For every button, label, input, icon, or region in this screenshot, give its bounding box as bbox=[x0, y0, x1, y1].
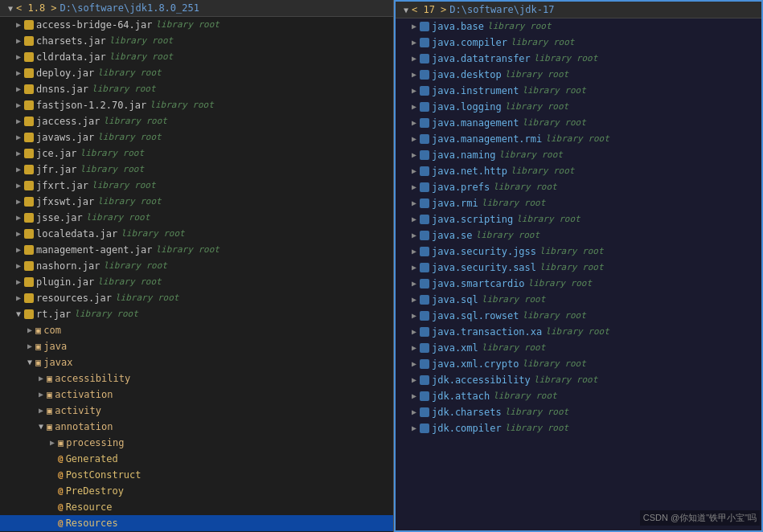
tree-item-Resource[interactable]: @ Resource bbox=[0, 499, 393, 515]
tree-item-accessibility[interactable]: ▶ ▣ accessibility bbox=[0, 370, 393, 387]
jar-icon bbox=[24, 213, 34, 223]
right-pane-header: ▼ < 17 > D:\software\jdk-17 bbox=[396, 2, 761, 18]
tree-item-javax[interactable]: ▼ ▣ javax bbox=[0, 354, 393, 370]
tree-item-java-datatransfer[interactable]: ▶ java.datatransfer library root bbox=[396, 51, 761, 67]
tree-item-jce[interactable]: ▶ jce.jar library root bbox=[0, 145, 393, 162]
tree-item-java-compiler[interactable]: ▶ java.compiler library root bbox=[396, 35, 761, 51]
tree-item-access-bridge[interactable]: ▶ access-bridge-64.jar library root bbox=[0, 17, 393, 33]
tree-item-localedata[interactable]: ▶ localedata.jar library root bbox=[0, 226, 393, 242]
module-icon bbox=[420, 375, 429, 385]
tree-item-javaws[interactable]: ▶ javaws.jar library root bbox=[0, 129, 393, 145]
tree-item-deploy[interactable]: ▶ deploy.jar library root bbox=[0, 65, 393, 81]
left-pane-expand-arrow[interactable]: ▼ bbox=[5, 4, 16, 13]
folder-open-icon: ▣ bbox=[47, 419, 52, 434]
module-icon bbox=[420, 102, 429, 112]
collapse-arrow: ▶ bbox=[13, 162, 24, 177]
left-pane-path: D:\software\jdk1.8.0_251 bbox=[60, 2, 199, 14]
tree-item-resources[interactable]: ▶ resources.jar library root bbox=[0, 290, 393, 306]
collapse-arrow: ▶ bbox=[408, 51, 420, 66]
collapse-arrow: ▶ bbox=[408, 68, 420, 82]
item-name: dnsns.jar bbox=[36, 82, 88, 96]
tree-item-plugin[interactable]: ▶ plugin.jar library root bbox=[0, 274, 393, 290]
tree-item-annotation[interactable]: ▼ ▣ annotation bbox=[0, 419, 393, 435]
annotation-icon: @ bbox=[58, 468, 64, 482]
module-icon bbox=[420, 150, 429, 160]
tree-item-processing[interactable]: ▶ ▣ processing bbox=[0, 435, 393, 451]
item-name: jdk.compiler bbox=[432, 421, 502, 436]
tree-item-activity[interactable]: ▶ ▣ activity bbox=[0, 403, 393, 419]
library-label: library root bbox=[522, 309, 585, 323]
tree-item-java-sql-rowset[interactable]: ▶ java.sql.rowset library root bbox=[396, 308, 761, 324]
annotation-icon: @ bbox=[58, 500, 64, 514]
library-label: library root bbox=[493, 180, 556, 194]
collapse-arrow: ▶ bbox=[408, 228, 420, 243]
expand-arrow: ▼ bbox=[35, 419, 47, 434]
tree-item-java-scripting[interactable]: ▶ java.scripting library root bbox=[396, 211, 761, 227]
tree-item-activation[interactable]: ▶ ▣ activation bbox=[0, 387, 393, 403]
collapse-arrow: ▶ bbox=[408, 180, 420, 194]
item-name: java.instrument bbox=[432, 84, 519, 98]
tree-item-java-prefs[interactable]: ▶ java.prefs library root bbox=[396, 179, 761, 195]
tree-item-com[interactable]: ▶ ▣ com bbox=[0, 322, 393, 338]
tree-item-java-se[interactable]: ▶ java.se library root bbox=[396, 227, 761, 243]
right-pane[interactable]: ▼ < 17 > D:\software\jdk-17 ▶ java.base … bbox=[394, 0, 763, 532]
tree-item-jsse[interactable]: ▶ jsse.jar library root bbox=[0, 210, 393, 226]
item-name: java.management.rmi bbox=[432, 132, 542, 146]
item-name: processing bbox=[66, 436, 124, 450]
tree-item-jfxrt[interactable]: ▶ jfxrt.jar library root bbox=[0, 178, 393, 194]
tree-item-PreDestroy[interactable]: @ PreDestroy bbox=[0, 483, 393, 499]
jar-icon bbox=[24, 309, 34, 319]
jar-icon bbox=[24, 261, 34, 271]
tree-item-PostConstruct[interactable]: @ PostConstruct bbox=[0, 467, 393, 483]
item-name: javaws.jar bbox=[36, 130, 94, 145]
tree-item-java-security-sasl[interactable]: ▶ java.security.sasl library root bbox=[396, 260, 761, 276]
tree-item-jdk-charsets[interactable]: ▶ jdk.charsets library root bbox=[396, 404, 761, 420]
tree-item-nashorn[interactable]: ▶ nashorn.jar library root bbox=[0, 258, 393, 274]
tree-item-dnsns[interactable]: ▶ dnsns.jar library root bbox=[0, 81, 393, 97]
jar-icon bbox=[24, 293, 34, 303]
tree-item-java-base[interactable]: ▶ java.base library root bbox=[396, 18, 761, 35]
tree-item-cldrdata[interactable]: ▶ cldrdata.jar library root bbox=[0, 49, 393, 65]
module-icon bbox=[420, 343, 429, 353]
library-label: library root bbox=[103, 259, 166, 273]
collapse-arrow: ▶ bbox=[13, 82, 24, 96]
tree-item-java-management[interactable]: ▶ java.management library root bbox=[396, 115, 761, 131]
module-icon bbox=[420, 424, 429, 433]
tree-item-java-sql[interactable]: ▶ java.sql library root bbox=[396, 292, 761, 308]
tree-item-fastjson[interactable]: ▶ fastjson-1.2.70.jar library root bbox=[0, 97, 393, 113]
item-name: java.datatransfer bbox=[432, 51, 531, 66]
tree-item-java-net-http[interactable]: ▶ java.net.http library root bbox=[396, 163, 761, 179]
tree-item-java-rmi[interactable]: ▶ java.rmi library root bbox=[396, 195, 761, 211]
tree-item-java-instrument[interactable]: ▶ java.instrument library root bbox=[396, 83, 761, 99]
tree-item-jdk-compiler[interactable]: ▶ jdk.compiler library root bbox=[396, 420, 761, 436]
tree-item-jfxswt[interactable]: ▶ jfxswt.jar library root bbox=[0, 194, 393, 210]
item-name: cldrdata.jar bbox=[36, 50, 106, 64]
item-name: java.sql.rowset bbox=[432, 309, 519, 323]
tree-item-Resources[interactable]: @ Resources bbox=[0, 515, 393, 531]
tree-item-jaccess[interactable]: ▶ jaccess.jar library root bbox=[0, 113, 393, 129]
item-name: Generated bbox=[66, 452, 118, 466]
tree-item-jdk-attach[interactable]: ▶ jdk.attach library root bbox=[396, 388, 761, 404]
library-label: library root bbox=[534, 51, 597, 66]
tree-item-java[interactable]: ▶ ▣ java bbox=[0, 338, 393, 354]
tree-item-Generated[interactable]: @ Generated bbox=[0, 451, 393, 467]
tree-item-charsets[interactable]: ▶ charsets.jar library root bbox=[0, 33, 393, 49]
collapse-arrow: ▶ bbox=[13, 275, 24, 289]
jar-icon bbox=[24, 133, 34, 142]
tree-item-jdk-accessibility[interactable]: ▶ jdk.accessibility library root bbox=[396, 372, 761, 388]
module-icon bbox=[420, 118, 429, 128]
right-pane-expand-arrow[interactable]: ▼ bbox=[400, 6, 412, 14]
tree-item-java-xml[interactable]: ▶ java.xml library root bbox=[396, 340, 761, 356]
tree-item-java-desktop[interactable]: ▶ java.desktop library root bbox=[396, 67, 761, 83]
tree-item-java-smartcardio[interactable]: ▶ java.smartcardio library root bbox=[396, 276, 761, 292]
tree-item-management-agent[interactable]: ▶ management-agent.jar library root bbox=[0, 242, 393, 258]
tree-item-java-naming[interactable]: ▶ java.naming library root bbox=[396, 147, 761, 163]
left-pane[interactable]: ▼ < 1.8 > D:\software\jdk1.8.0_251 ▶ acc… bbox=[0, 0, 394, 532]
tree-item-jfr[interactable]: ▶ jfr.jar library root bbox=[0, 162, 393, 178]
tree-item-java-transaction-xa[interactable]: ▶ java.transaction.xa library root bbox=[396, 324, 761, 340]
tree-item-rt[interactable]: ▼ rt.jar library root bbox=[0, 306, 393, 322]
tree-item-java-xml-crypto[interactable]: ▶ java.xml.crypto library root bbox=[396, 356, 761, 372]
tree-item-java-security-jgss[interactable]: ▶ java.security.jgss library root bbox=[396, 243, 761, 260]
tree-item-java-management-rmi[interactable]: ▶ java.management.rmi library root bbox=[396, 131, 761, 147]
tree-item-java-logging[interactable]: ▶ java.logging library root bbox=[396, 99, 761, 115]
